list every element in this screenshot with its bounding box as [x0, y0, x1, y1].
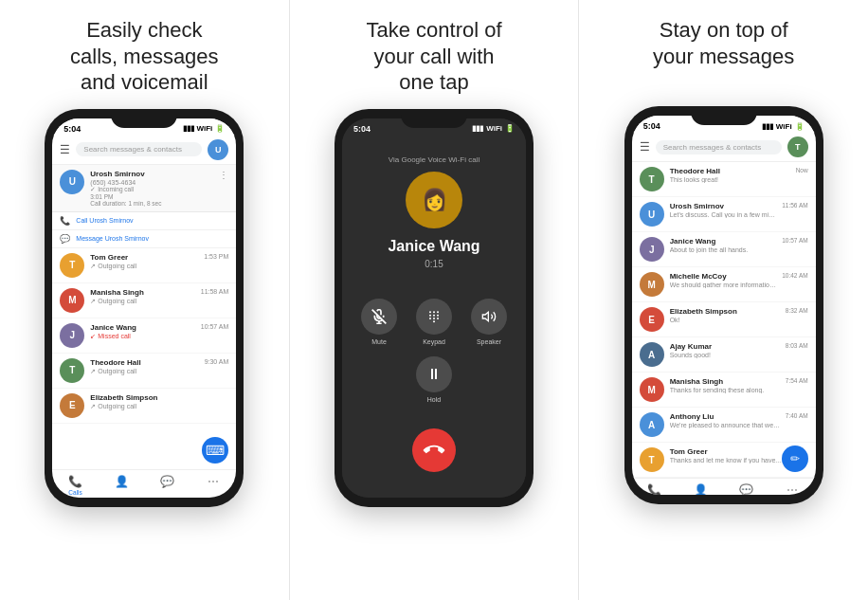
call-controls: Mute Keypad	[361, 299, 507, 345]
keypad-label: Keypad	[423, 338, 445, 345]
nav-calls-1[interactable]: 📞 Calls	[52, 475, 99, 496]
phone1-notch	[111, 109, 177, 128]
status-time-3: 5:04	[643, 121, 660, 131]
calls-nav-icon-3: 📞	[647, 483, 661, 495]
panel2-title: Take control ofyour call withone tap	[366, 17, 501, 96]
contact-call-duration-urosh: Call duration: 1 min, 8 sec	[90, 200, 219, 207]
nav-calls-3[interactable]: 📞 Calls	[632, 483, 678, 495]
msg-time-urosh: 11:56 AM	[782, 202, 807, 209]
contact-item-theo[interactable]: T Theodore Hall ↗ Outgoing call 9:30 AM	[52, 354, 236, 389]
msg-name-ajay: Ajay Kumar	[670, 342, 782, 351]
search-input-3[interactable]: Search messages & contacts	[656, 140, 782, 155]
mute-button[interactable]: Mute	[361, 299, 397, 345]
msg-time-manisha3: 7:54 AM	[786, 377, 808, 384]
calls-nav-icon: 📞	[68, 475, 82, 488]
action-msg-urosh[interactable]: 💬 Message Urosh Smirnov	[52, 230, 236, 248]
msg-info-ajay: Ajay Kumar Sounds good!	[670, 342, 782, 358]
more-options-icon[interactable]: ⋮	[219, 170, 228, 180]
svg-point-3	[429, 311, 431, 313]
sub-janice: ↙ Missed call	[90, 333, 200, 340]
action-call-urosh[interactable]: 📞 Call Urosh Smirnov	[52, 212, 236, 230]
calls-nav-label: Calls	[68, 489, 81, 496]
info-tom: Tom Greer ↗ Outgoing call	[90, 253, 204, 270]
msg-item-manisha3[interactable]: M Manisha Singh Thanks for sending these…	[632, 373, 816, 408]
status-icons-1: ▮▮▮WiFi🔋	[183, 124, 226, 133]
nav-more-3[interactable]: ⋯	[769, 483, 816, 495]
msg-item-janice3[interactable]: J Janice Wang About to join the all hand…	[632, 232, 816, 267]
fab-messages[interactable]: ✏	[782, 445, 808, 472]
msg-item-ajay[interactable]: A Ajay Kumar Sounds good! 8:03 AM	[632, 337, 816, 373]
menu-icon-3: ☰	[640, 140, 650, 154]
contact-name-urosh: Urosh Smirnov	[90, 170, 219, 178]
search-input-1[interactable]: Search messages & contacts	[76, 142, 202, 156]
panel-messages: Stay on top ofyour messages 5:04 ▮▮▮WiFi…	[579, 0, 868, 600]
contact-phone-urosh: (650) 435-4634	[90, 179, 219, 186]
msg-time-anthony: 7:40 AM	[786, 412, 808, 419]
msg-action-label: Message Urosh Smirnov	[76, 235, 149, 242]
end-call-button[interactable]	[403, 420, 464, 482]
contact-item-tom[interactable]: T Tom Greer ↗ Outgoing call 1:53 PM	[52, 248, 236, 283]
mute-label: Mute	[371, 338, 387, 345]
nav-contacts-1[interactable]: 👤	[99, 475, 145, 496]
svg-point-11	[437, 318, 439, 319]
svg-point-6	[429, 315, 431, 317]
contact-info-urosh: Urosh Smirnov (650) 435-4634 ✓ Incoming …	[90, 170, 219, 207]
mute-icon	[361, 299, 397, 335]
speaker-button[interactable]: Speaker	[471, 299, 507, 345]
contact-item-elizabeth[interactable]: E Elizabeth Simpson ↗ Outgoing call	[52, 389, 236, 424]
contact-item-janice[interactable]: J Janice Wang ↙ Missed call 10:57 AM	[52, 318, 236, 354]
msg-preview-michelle: We should gather more information on...	[670, 282, 779, 288]
msg-item-michelle[interactable]: M Michelle McCoy We should gather more i…	[632, 267, 816, 302]
svg-point-12	[433, 320, 435, 322]
search-bar-1[interactable]: ☰ Search messages & contacts U	[52, 136, 236, 165]
speaker-icon	[471, 299, 507, 335]
msg-name-urosh: Urosh Smirnov	[670, 202, 779, 210]
keypad-button[interactable]: Keypad	[416, 299, 452, 345]
call-name: Janice Wang	[388, 238, 479, 255]
panel1-title: Easily checkcalls, messagesand voicemail	[70, 17, 219, 96]
menu-icon-1: ☰	[60, 143, 70, 156]
fab-calls[interactable]: ⌨	[202, 437, 228, 464]
info-theo: Theodore Hall ↗ Outgoing call	[90, 358, 204, 375]
contact-call-time-urosh: 3:01 PM	[90, 193, 219, 200]
msg-item-urosh[interactable]: U Urosh Smirnov Let's discuss. Call you …	[632, 197, 816, 232]
nav-contacts-3[interactable]: 👤	[678, 483, 724, 495]
msg-time-michelle: 10:42 AM	[782, 272, 807, 279]
msg-info-anthony: Anthony Liu We're pleased to announce th…	[670, 412, 782, 428]
msg-item-elizabeth3[interactable]: E Elizabeth Simpson Ok! 8:32 AM	[632, 302, 816, 337]
nav-messages-3[interactable]: 💬 Messages	[724, 483, 770, 495]
msg-preview-anthony: We're pleased to announce that we will..…	[670, 422, 782, 428]
messages-nav-icon: 💬	[160, 475, 174, 488]
name-theo: Theodore Hall	[90, 358, 204, 367]
phone3-screen: 5:04 ▮▮▮WiFi🔋 ☰ Search messages & contac…	[632, 116, 816, 495]
msg-preview-manisha3: Thanks for sending these along.	[670, 387, 782, 393]
sub-manisha: ↗ Outgoing call	[90, 298, 200, 305]
msg-name-michelle: Michelle McCoy	[670, 272, 779, 281]
name-janice: Janice Wang	[90, 323, 200, 332]
svg-point-10	[433, 318, 435, 319]
status-time-1: 5:04	[63, 124, 81, 134]
nav-more-1[interactable]: ⋯	[190, 475, 237, 496]
svg-marker-13	[482, 312, 488, 320]
avatar-theo: T	[60, 358, 84, 383]
hold-label: Hold	[427, 396, 441, 403]
msg-info-theo: Theodore Hall This looks great!	[670, 167, 792, 183]
contact-expanded-1[interactable]: U Urosh Smirnov (650) 435-4634 ✓ Incomin…	[52, 165, 236, 212]
phone1: 5:04 ▮▮▮WiFi🔋 ☰ Search messages & contac…	[45, 109, 244, 507]
panel-call-control: Take control ofyour call withone tap 5:0…	[290, 0, 580, 600]
phone2: 5:04 ▮▮▮WiFi🔋 Via Google Voice Wi-Fi cal…	[335, 109, 533, 507]
msg-avatar-janice3: J	[640, 237, 664, 262]
nav-messages-1[interactable]: 💬	[144, 475, 190, 496]
search-bar-3[interactable]: ☰ Search messages & contacts T	[632, 133, 816, 162]
msg-item-anthony[interactable]: A Anthony Liu We're pleased to announce …	[632, 408, 816, 443]
time-tom: 1:53 PM	[204, 253, 228, 260]
contact-item-manisha[interactable]: M Manisha Singh ↗ Outgoing call 11:58 AM	[52, 283, 236, 318]
sub-theo: ↗ Outgoing call	[90, 368, 204, 375]
status-icons-3: ▮▮▮WiFi🔋	[762, 122, 805, 131]
info-janice: Janice Wang ↙ Missed call	[90, 323, 200, 340]
msg-item-theo[interactable]: T Theodore Hall This looks great! Now	[632, 162, 816, 197]
msg-preview-urosh: Let's discuss. Call you in a few minutes…	[670, 211, 779, 218]
msg-preview-ajay: Sounds good!	[670, 352, 782, 358]
svg-point-5	[437, 311, 439, 313]
hold-button[interactable]: ⏸ Hold	[416, 356, 452, 403]
